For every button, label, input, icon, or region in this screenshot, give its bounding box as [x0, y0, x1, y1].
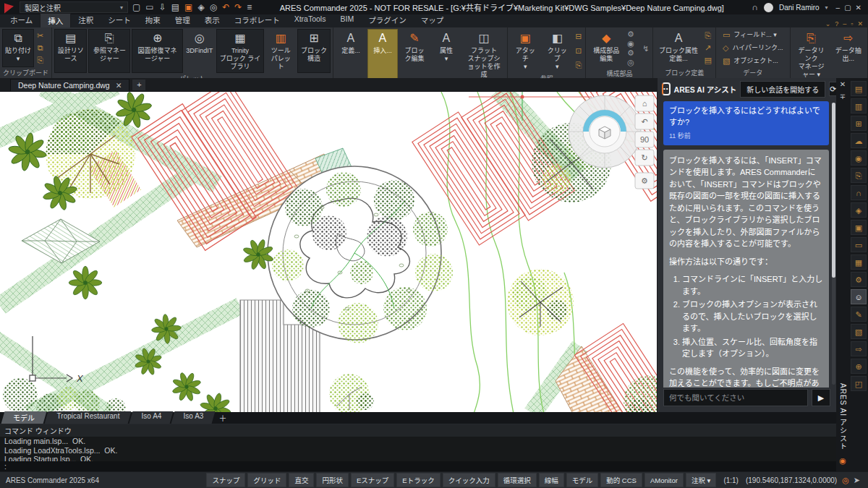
- navigation-wheel[interactable]: [569, 95, 641, 168]
- reference-small-icon[interactable]: ⊟: [575, 32, 582, 41]
- ribbon-button[interactable]: ▤設計リソース: [54, 29, 87, 73]
- ribbon-button[interactable]: ⊞ブロック構造: [297, 29, 331, 73]
- doc-minimize-icon[interactable]: –: [841, 20, 848, 27]
- clipboard-small-icon[interactable]: ✂: [37, 31, 43, 40]
- status-toggle-button[interactable]: Eトラック: [396, 473, 440, 487]
- sheet-tab[interactable]: Tropical Restaurant: [45, 411, 132, 424]
- structure-palette-icon[interactable]: ⊞: [851, 116, 867, 131]
- collapse-ribbon-icon[interactable]: ⌄: [823, 20, 833, 27]
- ribbon-tab[interactable]: プラグイン: [361, 13, 414, 27]
- ribbon-tab[interactable]: 管理: [168, 13, 197, 27]
- layers-palette-icon[interactable]: ▥: [851, 98, 867, 114]
- folder-search-icon[interactable]: ◰: [851, 376, 867, 391]
- clipboard-small-icon[interactable]: ⧉: [37, 43, 43, 53]
- ribbon-tab[interactable]: 注釈: [71, 13, 101, 27]
- blockdef-small-icon[interactable]: ⎘: [705, 31, 712, 40]
- status-toggle-button[interactable]: Eスナップ: [351, 473, 394, 487]
- notification-bell-icon[interactable]: ∩: [752, 2, 758, 12]
- ribbon-tab[interactable]: 挿入: [40, 13, 71, 27]
- new-file-icon[interactable]: ▢: [132, 2, 140, 12]
- ribbon-button[interactable]: ◎3DFindIT: [184, 29, 215, 73]
- sheet-tab[interactable]: Iso A3: [171, 411, 215, 424]
- view-cube-icon[interactable]: [599, 127, 610, 139]
- scrollbar[interactable]: [832, 103, 835, 385]
- blockdef-small-icon[interactable]: ↗: [705, 43, 712, 53]
- new-conversation-button[interactable]: 新しい会話を開始する: [740, 81, 825, 98]
- restore-button[interactable]: ▢: [842, 4, 853, 12]
- save-as-icon[interactable]: ▤: [171, 2, 179, 12]
- status-toggle-button[interactable]: 線幅: [539, 473, 564, 487]
- status-toggle-button[interactable]: AMonitor: [644, 473, 684, 487]
- ribbon-tab[interactable]: コラボレート: [227, 13, 287, 27]
- minimize-button[interactable]: –: [834, 4, 843, 12]
- command-input[interactable]: :: [0, 461, 836, 471]
- pointer-settings-icon[interactable]: ➤: [851, 476, 862, 485]
- save-protect-icon[interactable]: ◈: [197, 2, 204, 12]
- doc-restore-icon[interactable]: ▫: [848, 20, 855, 27]
- ribbon-tab[interactable]: ホーム: [3, 13, 40, 27]
- send-button[interactable]: ▶: [812, 389, 830, 406]
- ribbon-button[interactable]: ⧉貼り付け ▾: [2, 29, 34, 67]
- sheet-tab[interactable]: モデル: [1, 411, 47, 424]
- ribbon-button[interactable]: ⊕図面修復マネージャー: [132, 29, 182, 73]
- status-toggle-button[interactable]: 直交: [289, 473, 314, 487]
- workspace-selector[interactable]: 製図と注釈 ▾: [20, 1, 128, 13]
- redo-icon[interactable]: ↷: [234, 2, 242, 12]
- ribbon-button[interactable]: ▧オブジェクト...: [718, 55, 788, 67]
- undo-icon[interactable]: ↶: [222, 2, 229, 12]
- cloud-storage-icon[interactable]: ☁: [851, 133, 867, 148]
- ribbon-button[interactable]: ◇ハイパーリンク...: [718, 42, 788, 54]
- tool-options-icon[interactable]: ⚙: [851, 272, 867, 287]
- reference-small-icon[interactable]: ⊡: [575, 46, 582, 56]
- notifications-icon[interactable]: ∩: [851, 185, 867, 200]
- ai-chat-input[interactable]: [663, 389, 808, 406]
- web-icon[interactable]: ◎: [210, 2, 217, 12]
- status-toggle-button[interactable]: モデル: [566, 473, 599, 487]
- quick-draw-icon[interactable]: ✎: [851, 307, 867, 322]
- component-small-icon[interactable]: ◉: [627, 39, 634, 48]
- save-icon[interactable]: ▣: [184, 2, 192, 12]
- help-icon[interactable]: ?: [833, 20, 841, 27]
- geolocation-icon[interactable]: ◎: [840, 476, 851, 485]
- ribbon-button[interactable]: ⎘参照マネージャー: [88, 29, 130, 73]
- nav-settings-button[interactable]: ⚙: [635, 173, 654, 189]
- ribbon-button[interactable]: A定義...: [336, 29, 366, 78]
- markup-chat-icon[interactable]: ◈: [851, 202, 867, 218]
- open-folder-icon[interactable]: ▭: [851, 237, 867, 252]
- sheets-palette-icon[interactable]: ⎘: [851, 168, 867, 183]
- import-icon[interactable]: ⇩: [159, 2, 166, 12]
- ribbon-button[interactable]: ✎ブロック編集: [399, 29, 430, 78]
- add-sheet-button[interactable]: ＋: [215, 412, 231, 424]
- component-small-icon[interactable]: ⚙: [627, 48, 634, 58]
- ribbon-button[interactable]: ▣アタッチ ▾: [510, 29, 540, 73]
- pin-panel-button[interactable]: ∓: [840, 90, 846, 103]
- doc-close-icon[interactable]: ✕: [855, 20, 865, 27]
- settings-alert-icon[interactable]: ⊕: [851, 359, 867, 374]
- user-menu-chevron-icon[interactable]: ▾: [825, 4, 828, 11]
- ribbon-button[interactable]: ◫フラット スナップショットを作成: [463, 29, 505, 78]
- ai-assist-vertical-tab[interactable]: ARES AI アシスト: [838, 383, 848, 451]
- blockdef-small-icon[interactable]: ▤: [705, 56, 712, 65]
- ribbon-tab[interactable]: 表示: [197, 13, 227, 27]
- component-small-icon[interactable]: ⚙: [627, 30, 634, 39]
- reference-small-icon[interactable]: ⎘: [575, 61, 582, 70]
- ribbon-tab[interactable]: XtraTools: [287, 13, 333, 27]
- drawing-canvas[interactable]: X: [0, 92, 657, 412]
- properties-palette-icon[interactable]: ▤: [851, 81, 867, 96]
- document-tab[interactable]: Deep Nature Camping.dwg ✕: [10, 79, 129, 91]
- close-tab-icon[interactable]: ✕: [116, 81, 122, 90]
- ribbon-tab[interactable]: BIM: [333, 13, 361, 27]
- status-toggle-button[interactable]: 注釈 ▾: [686, 473, 716, 487]
- sheet-tab[interactable]: Iso A4: [129, 411, 173, 424]
- nav-rotate-button[interactable]: ↻: [635, 150, 654, 166]
- ai-assist-icon[interactable]: ☺: [851, 289, 867, 304]
- status-toggle-button[interactable]: グリッド: [247, 473, 286, 487]
- status-toggle-button[interactable]: 動的 CCS: [600, 473, 642, 487]
- open-file-icon[interactable]: ▭: [145, 2, 153, 12]
- ribbon-tab[interactable]: シート: [101, 13, 138, 27]
- clipboard-small-icon[interactable]: ⎘: [37, 56, 43, 65]
- ribbon-button[interactable]: ▭フィールド... ▾: [718, 29, 788, 41]
- status-toggle-button[interactable]: スナップ: [206, 473, 245, 487]
- component-small-icon[interactable]: ◎: [627, 58, 634, 67]
- new-tab-button[interactable]: +: [132, 80, 145, 90]
